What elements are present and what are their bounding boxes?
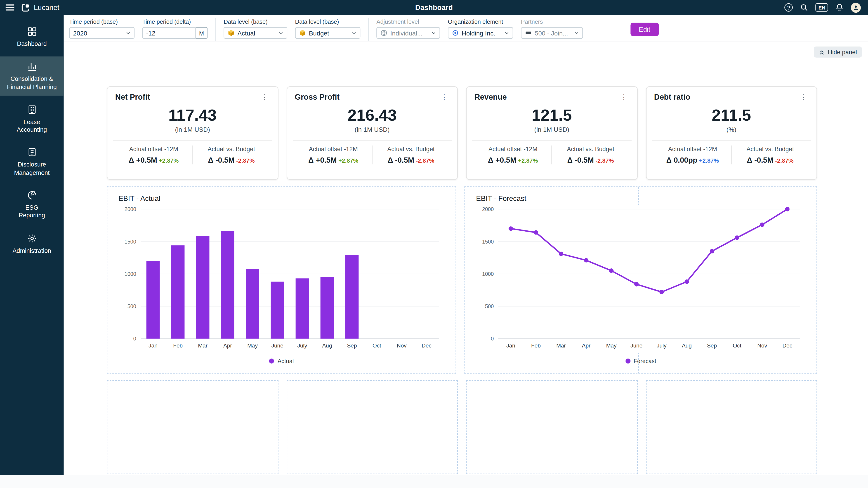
svg-text:500: 500 [127,303,136,309]
kebab-menu-icon[interactable]: ⋮ [259,93,270,101]
svg-text:Mar: Mar [556,343,566,349]
kpi-comparison-label: Actual offset -12M [115,145,192,152]
kebab-menu-icon[interactable]: ⋮ [619,93,629,101]
sidebar-item-esg-reporting[interactable]: ESG Reporting [0,186,64,225]
chart-title: EBIT - Actual [107,187,456,203]
filter-value: 500 - Join... [535,30,571,36]
partners-select[interactable]: 500 - Join... [521,27,583,39]
target-icon [452,29,459,37]
topbar-right: EN [784,2,868,12]
filter-group-data_level_base_2: Data level (base)Budget [295,18,360,39]
kpi-comparison-label: Actual vs. Budget [552,145,629,152]
filter-group-time_period_base: Time period (base)2020 [69,18,134,39]
chevron-down-icon [431,31,436,35]
sidebar-item-label: Lease Accounting [17,118,47,133]
svg-text:June: June [272,343,283,349]
sidebar-item-administration[interactable]: Administration [0,228,64,260]
filter-group-adjustment_level: Adjustment levelIndividual... [376,18,440,39]
organization_element-select[interactable]: Holding Inc. [448,27,513,39]
kpi-value: 216.43 [295,106,450,125]
kpi-delta: Δ +0.5M+2.87% [115,156,192,164]
kpi-delta: Δ +0.5M+2.87% [474,156,552,164]
globe-icon [380,29,388,37]
svg-text:1500: 1500 [482,239,494,245]
svg-text:Mar: Mar [198,343,208,349]
main-area: Time period (base)2020Time period (delta… [64,15,868,488]
svg-text:0: 0 [491,336,494,341]
time_period_base-select[interactable]: 2020 [69,27,134,39]
filter-group-partners: Partners500 - Join... [521,18,583,39]
hide-panel-button[interactable]: Hide panel [814,46,862,58]
sidebar-item-label: Administration [12,247,51,254]
kpi-delta: Δ 0.00pp+2.87% [654,156,731,164]
kpi-delta-pct: +2.87% [518,157,538,164]
kpi-comparison: Actual offset -12MΔ +0.5M+2.87% [474,145,552,164]
svg-text:500: 500 [485,303,494,309]
chevron-down-icon [574,31,579,35]
filter-value: 2020 [73,30,123,36]
kpi-delta: Δ -0.5M-2.87% [552,156,629,164]
kpi-value: 117.43 [115,106,270,125]
bar-chart-icon [27,62,37,72]
sidebar-item-dashboard[interactable]: Dashboard [0,22,64,53]
kpi-comparison: Actual vs. BudgetΔ -0.5M-2.87% [552,145,629,164]
chart-legend: Forecast [465,357,816,364]
cube-icon [299,29,306,37]
time_period_delta-input[interactable] [142,27,195,39]
sidebar-item-label: Consolidation & Financial Planning [7,75,57,91]
svg-text:Sep: Sep [347,343,357,349]
filter-group-time_period_delta: Time period (delta)M [142,18,208,39]
kpi-title: Revenue [474,92,507,101]
leaf-icon [27,191,37,200]
avatar[interactable] [851,2,861,12]
kpi-comparison-label: Actual vs. Budget [373,145,450,152]
topbar-left: Lucanet [0,3,59,12]
svg-text:Apr: Apr [223,343,232,349]
sidebar-item-lease-accounting[interactable]: Lease Accounting [0,100,64,139]
data_level_base_2-select[interactable]: Budget [295,27,360,39]
data_level_base-select[interactable]: Actual [223,27,287,39]
filter-group-data_level_base: Data level (base)Actual [223,18,287,39]
svg-text:2000: 2000 [125,206,136,212]
page-title: Dashboard [0,3,868,12]
svg-text:Apr: Apr [582,343,590,349]
dashboard-content: Hide panel Net Profit⋮117.43(in 1M USD)A… [64,41,868,488]
help-icon[interactable] [784,3,793,12]
kebab-menu-icon[interactable]: ⋮ [798,93,809,101]
building-icon [27,105,37,115]
kpi-comparison-label: Actual vs. Budget [732,145,809,152]
kpi-comparison-label: Actual offset -12M [295,145,372,152]
svg-text:Feb: Feb [173,343,183,349]
kpi-delta-pct: -2.87% [416,157,434,164]
chart-panel-0: EBIT - Actual0500100015002000JanFebMarAp… [107,186,456,374]
svg-text:Dec: Dec [782,343,792,349]
kebab-menu-icon[interactable]: ⋮ [439,93,450,101]
search-icon[interactable] [800,3,809,12]
chart-panel-1: EBIT - Forecast0500100015002000JanFebMar… [465,186,817,374]
adjustment_level-select[interactable]: Individual... [376,27,440,39]
kpi-divider [472,140,631,140]
kpi-comparison-label: Actual vs. Budget [193,145,270,152]
edit-button[interactable]: Edit [630,23,658,36]
kpi-comparison-label: Actual offset -12M [654,145,731,152]
chevron-down-icon [126,31,131,35]
svg-text:May: May [606,343,617,349]
sidebar-item-disclosure-management[interactable]: Disclosure Management [0,142,64,182]
hamburger-menu-icon[interactable] [5,4,14,11]
svg-text:0: 0 [133,336,136,341]
unit-toggle-button[interactable]: M [195,27,208,39]
kpi-delta: Δ +0.5M+2.87% [295,156,372,164]
notifications-bell-icon[interactable] [835,3,844,12]
filter-value: Budget [309,30,349,36]
dashboard-icon [27,27,37,37]
collapse-up-icon [819,49,825,55]
filter-value: Holding Inc. [462,30,501,36]
svg-text:Oct: Oct [733,343,741,349]
language-badge[interactable]: EN [816,3,828,12]
svg-text:Aug: Aug [682,343,692,349]
svg-text:Jan: Jan [506,343,515,349]
scrollbar-track[interactable] [0,475,868,488]
chart-line: 0500100015002000JanFebMarAprMayJuneJulyA… [472,205,810,353]
sidebar-item-consolidation-financial-planning[interactable]: Consolidation & Financial Planning [0,57,64,96]
chart-legend: Actual [107,357,456,364]
